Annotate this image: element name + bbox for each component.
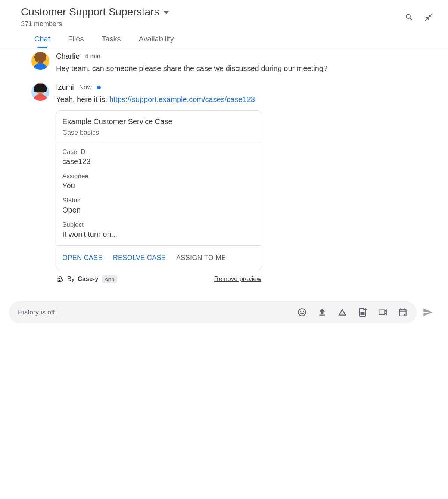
case-card: Example Customer Service Case Case basic… xyxy=(56,110,261,270)
preview-footer: By Case-y App Remove preview xyxy=(56,275,261,283)
case-link[interactable]: https://support.example.com/cases/case12… xyxy=(109,95,255,103)
calendar-icon[interactable] xyxy=(398,307,408,317)
card-title: Example Customer Service Case xyxy=(62,117,255,126)
field-value: case123 xyxy=(62,157,255,166)
space-title-row[interactable]: Customer Support Superstars xyxy=(21,6,169,18)
bot-name: Case-y xyxy=(78,275,99,283)
message: Charlie 4 min Hey team, can someone plea… xyxy=(31,52,427,74)
video-icon[interactable] xyxy=(378,307,388,317)
field-value: You xyxy=(62,182,255,190)
field-label: Assignee xyxy=(62,173,255,180)
search-icon[interactable] xyxy=(405,13,414,22)
tab-chat[interactable]: Chat xyxy=(34,35,50,48)
chevron-down-icon[interactable] xyxy=(164,11,169,14)
card-field: Subject It won't turn on... xyxy=(62,221,255,239)
space-header: Customer Support Superstars 371 members xyxy=(0,0,448,28)
new-doc-icon[interactable] xyxy=(358,307,367,317)
status-dot-icon xyxy=(97,86,101,89)
tab-files[interactable]: Files xyxy=(68,35,84,48)
composer-placeholder: History is off xyxy=(18,309,55,316)
message: Izumi Now Yeah, here it is: https://supp… xyxy=(31,83,427,283)
field-label: Subject xyxy=(62,221,255,229)
message-author: Charlie xyxy=(56,52,80,61)
card-field: Case ID case123 xyxy=(62,148,255,166)
collapse-icon[interactable] xyxy=(424,13,433,22)
message-author: Izumi xyxy=(56,83,74,92)
tab-availability[interactable]: Availability xyxy=(139,35,174,48)
space-title: Customer Support Superstars xyxy=(21,6,159,18)
field-value: It won't turn on... xyxy=(62,230,255,239)
card-field: Assignee You xyxy=(62,173,255,190)
message-list: Charlie 4 min Hey team, can someone plea… xyxy=(0,48,448,283)
upload-icon[interactable] xyxy=(317,307,327,317)
send-icon[interactable] xyxy=(423,307,433,317)
assign-to-me-button[interactable]: ASSIGN TO ME xyxy=(176,254,226,262)
message-composer[interactable]: History is off xyxy=(9,301,417,323)
composer-row: History is off xyxy=(0,292,448,332)
message-text: Yeah, here it is: https://support.exampl… xyxy=(56,94,427,105)
drive-icon[interactable] xyxy=(337,307,347,317)
resolve-case-button[interactable]: RESOLVE CASE xyxy=(113,254,166,262)
avatar[interactable] xyxy=(31,83,49,101)
card-subtitle: Case basics xyxy=(62,129,255,137)
open-case-button[interactable]: OPEN CASE xyxy=(62,254,103,262)
app-badge: App xyxy=(102,275,118,283)
emoji-icon[interactable] xyxy=(297,307,307,317)
card-field: Status Open xyxy=(62,197,255,214)
member-count: 371 members xyxy=(21,20,169,28)
by-prefix: By xyxy=(67,275,75,283)
tab-tasks[interactable]: Tasks xyxy=(102,35,121,48)
field-label: Status xyxy=(62,197,255,204)
message-time: 4 min xyxy=(85,53,100,60)
field-label: Case ID xyxy=(62,148,255,156)
webhook-icon xyxy=(56,275,64,283)
tab-bar: Chat Files Tasks Availability xyxy=(0,28,448,48)
message-text: Hey team, can someone please share the c… xyxy=(56,63,427,74)
remove-preview-link[interactable]: Remove preview xyxy=(214,275,261,283)
message-time: Now xyxy=(79,84,92,91)
field-value: Open xyxy=(62,206,255,214)
avatar[interactable] xyxy=(31,52,49,70)
